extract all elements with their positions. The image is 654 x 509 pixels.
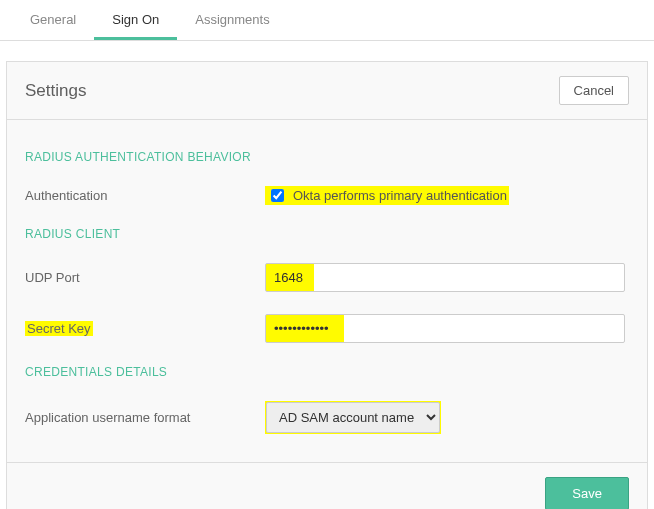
row-secret-key: Secret Key (25, 314, 629, 343)
input-secret-key[interactable] (265, 314, 625, 343)
tab-assignments[interactable]: Assignments (177, 0, 287, 40)
save-button[interactable]: Save (545, 477, 629, 509)
label-authentication: Authentication (25, 188, 265, 203)
section-radius-client: RADIUS CLIENT (25, 227, 629, 241)
checkbox-okta-primary-auth[interactable] (271, 189, 284, 202)
tab-general[interactable]: General (12, 0, 94, 40)
row-app-username-format: Application username format AD SAM accou… (25, 401, 629, 434)
cancel-button[interactable]: Cancel (559, 76, 629, 105)
label-secret-key: Secret Key (25, 321, 265, 336)
settings-panel: Settings Cancel RADIUS AUTHENTICATION BE… (6, 61, 648, 509)
panel-title: Settings (25, 81, 86, 101)
label-udp-port: UDP Port (25, 270, 265, 285)
settings-footer: Save (7, 462, 647, 509)
checkbox-okta-primary-auth-label: Okta performs primary authentication (293, 188, 507, 203)
settings-header: Settings Cancel (7, 62, 647, 120)
select-app-username-format[interactable]: AD SAM account name (266, 402, 440, 433)
label-app-username-format: Application username format (25, 410, 265, 425)
section-radius-auth-behavior: RADIUS AUTHENTICATION BEHAVIOR (25, 150, 629, 164)
row-udp-port: UDP Port (25, 263, 629, 292)
tab-bar: General Sign On Assignments (0, 0, 654, 41)
settings-body: RADIUS AUTHENTICATION BEHAVIOR Authentic… (7, 120, 647, 462)
input-udp-port[interactable] (265, 263, 625, 292)
tab-sign-on[interactable]: Sign On (94, 0, 177, 40)
section-credentials-details: CREDENTIALS DETAILS (25, 365, 629, 379)
row-authentication: Authentication Okta performs primary aut… (25, 186, 629, 205)
